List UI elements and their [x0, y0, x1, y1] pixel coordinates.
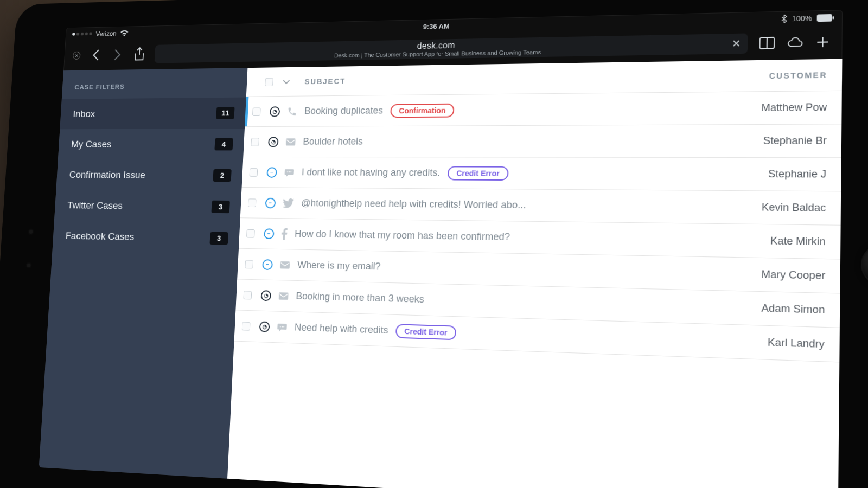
phone-icon: [287, 106, 298, 117]
home-button[interactable]: [861, 243, 868, 287]
sidebar-item-count: 2: [213, 169, 231, 182]
status-time: 9:36 AM: [423, 22, 450, 30]
back-button[interactable]: [88, 48, 103, 62]
status-icon: −: [264, 228, 275, 239]
carrier-label: Verizon: [95, 29, 117, 37]
filter-list: Inbox 11 My Cases 4 Confirmation Issue 2…: [52, 98, 246, 255]
case-customer: Adam Simon: [749, 302, 825, 316]
table-row[interactable]: − I dont like not having any credits. Cr…: [242, 157, 841, 191]
tablet-screen: Verizon 9:36 AM 100% ✕: [39, 10, 843, 488]
svg-rect-8: [280, 261, 290, 269]
sidebar-item-label: Twitter Cases: [67, 200, 123, 211]
case-customer: Matthew Pow: [749, 101, 827, 114]
case-subject: Need help with credits: [287, 322, 388, 336]
case-subject: @htonighthelp need help with credits! Wo…: [294, 197, 526, 211]
sidebar: CASE FILTERS Inbox 11 My Cases 4 Confirm…: [39, 68, 248, 479]
case-rows: ◔ Booking duplicates Confirmation Matthe…: [227, 91, 842, 488]
sidebar-item-confirmation-issue[interactable]: Confirmation Issue 2: [56, 159, 243, 191]
svg-rect-1: [832, 16, 834, 19]
sidebar-item-facebook-cases[interactable]: Facebook Cases 3: [52, 220, 240, 254]
share-button[interactable]: [132, 47, 146, 62]
case-customer: Kevin Baldac: [749, 201, 826, 214]
row-checkbox[interactable]: [252, 107, 261, 115]
row-checkbox[interactable]: [242, 322, 251, 330]
table-row[interactable]: ◔ Booking duplicates Confirmation Matthe…: [245, 91, 842, 127]
sidebar-title: CASE FILTERS: [62, 68, 248, 99]
case-customer: Mary Cooper: [749, 268, 826, 282]
icloud-tabs-button[interactable]: [786, 35, 803, 51]
case-list-panel: SUBJECT CUSTOMER ◔ Booking duplicates Co…: [227, 59, 842, 488]
tag-badge[interactable]: Confirmation: [390, 103, 455, 118]
col-subject[interactable]: SUBJECT: [290, 71, 769, 86]
sidebar-item-label: My Cases: [71, 139, 112, 150]
status-icon: ◔: [259, 321, 270, 332]
desk-app: CASE FILTERS Inbox 11 My Cases 4 Confirm…: [39, 59, 843, 488]
status-icon: −: [265, 197, 276, 208]
sort-chevron-icon[interactable]: [282, 79, 290, 85]
row-checkbox[interactable]: [246, 229, 255, 237]
sidebar-item-label: Inbox: [73, 108, 95, 120]
tag-badge[interactable]: Credit Error: [448, 166, 509, 181]
sidebar-item-count: 3: [211, 201, 229, 214]
sidebar-item-count: 3: [209, 232, 228, 245]
sidebar-item-label: Confirmation Issue: [69, 169, 145, 181]
email-icon: [285, 138, 296, 146]
svg-rect-0: [817, 14, 832, 21]
status-icon: ◔: [270, 106, 280, 117]
twitter-icon: [283, 198, 295, 208]
battery-percent: 100%: [792, 14, 812, 22]
url-page-title: Desk.com | The Customer Support App for …: [334, 49, 541, 59]
wifi-icon: [120, 30, 129, 36]
sidebar-item-twitter-cases[interactable]: Twitter Cases 3: [54, 190, 241, 223]
chat-icon: [284, 168, 295, 177]
case-customer: Kate Mirkin: [758, 235, 826, 248]
email-icon: [278, 291, 289, 300]
status-icon: ◔: [268, 137, 279, 147]
sidebar-item-my-cases[interactable]: My Cases 4: [58, 129, 245, 160]
sidebar-item-count: 11: [216, 107, 234, 119]
case-customer: Karl Landry: [755, 336, 825, 351]
status-icon: ◔: [260, 290, 271, 301]
case-subject: Booking in more than 3 weeks: [289, 290, 424, 305]
url-domain: desk.com: [417, 41, 456, 51]
case-customer: Stephanie Br: [751, 135, 826, 147]
case-subject: I dont like not having any credits.: [294, 167, 440, 179]
case-subject: Boulder hotels: [296, 136, 363, 147]
tablet-frame: Verizon 9:36 AM 100% ✕: [0, 0, 868, 488]
clear-url-icon[interactable]: ✕: [732, 37, 741, 50]
table-row[interactable]: ◔ Boulder hotels Stephanie Br: [243, 124, 841, 158]
svg-rect-4: [286, 138, 296, 145]
chat-icon: [277, 322, 288, 332]
status-icon: −: [262, 259, 273, 270]
row-checkbox[interactable]: [244, 291, 252, 299]
case-customer: Stephanie J: [756, 168, 826, 181]
case-subject: Where is my email?: [290, 259, 380, 272]
case-subject: Booking duplicates: [297, 105, 383, 117]
sidebar-item-inbox[interactable]: Inbox 11: [60, 98, 246, 130]
address-bar[interactable]: desk.com Desk.com | The Customer Support…: [154, 33, 748, 63]
sidebar-item-count: 4: [214, 138, 233, 150]
signal-strength-icon: [72, 32, 92, 35]
row-checkbox[interactable]: [248, 198, 257, 207]
svg-rect-9: [279, 292, 289, 300]
row-checkbox[interactable]: [245, 260, 253, 268]
case-subject: How do I know that my room has been conf…: [287, 228, 510, 243]
row-checkbox[interactable]: [251, 138, 259, 146]
status-icon: −: [266, 167, 277, 177]
tablet-sensor: [26, 262, 32, 269]
col-customer[interactable]: CUSTOMER: [769, 70, 827, 80]
battery-icon: [817, 14, 834, 21]
forward-button[interactable]: [110, 48, 124, 62]
bookmarks-button[interactable]: [758, 35, 775, 52]
tab-close-icon[interactable]: ✕: [73, 52, 81, 60]
tablet-camera: [28, 229, 34, 235]
row-checkbox[interactable]: [250, 168, 258, 177]
new-tab-button[interactable]: [814, 34, 832, 50]
email-icon: [279, 260, 290, 269]
bluetooth-icon: [781, 14, 787, 23]
select-all-checkbox[interactable]: [265, 78, 273, 86]
sidebar-item-label: Facebook Cases: [65, 230, 135, 243]
tag-badge[interactable]: Credit Error: [395, 324, 456, 340]
